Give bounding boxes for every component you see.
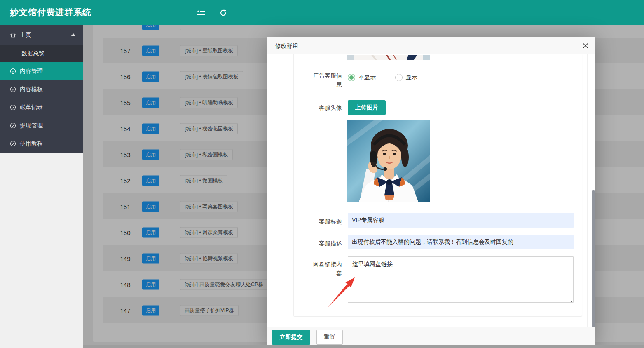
sidebar-item-home[interactable]: 主页 — [0, 25, 83, 45]
ad-service-radio-group: 不显示 显示 — [348, 73, 417, 82]
close-icon[interactable] — [582, 42, 589, 49]
service-desc-input[interactable] — [348, 235, 574, 249]
modal-title: 修改群组 — [267, 37, 595, 54]
sidebar-item-label: 内容模板 — [20, 80, 43, 98]
chevron-up-icon — [71, 33, 76, 36]
sidebar-item-data-overview[interactable]: 数据总览 — [0, 45, 83, 62]
app-title: 妙文馆付费进群系统 — [10, 0, 91, 25]
avatar-label: 客服头像 — [309, 103, 342, 112]
service-title-label: 客服标题 — [309, 217, 342, 226]
radio-hide[interactable] — [348, 74, 355, 81]
sidebar-item-content-manage[interactable]: 内容管理 — [0, 62, 83, 80]
service-title-input[interactable] — [348, 213, 574, 228]
customer-service-photo — [347, 120, 430, 202]
sidebar-item-label: 提现管理 — [20, 116, 43, 134]
collapse-sidebar-icon[interactable] — [197, 9, 205, 16]
netdisk-textarea[interactable]: 这里填网盘链接 — [348, 256, 574, 303]
horizontal-scrollbar[interactable] — [83, 345, 644, 348]
reset-button[interactable]: 重置 — [316, 330, 343, 345]
refresh-icon[interactable] — [220, 9, 228, 16]
ad-service-label: 广告客服信息 — [309, 71, 342, 89]
sidebar: 主页 数据总览 内容管理 内容模板 帐单记录 提现管理 使用教程 — [0, 25, 83, 153]
radio-show[interactable] — [395, 74, 403, 81]
scroll-track-divider — [587, 54, 588, 348]
top-header: 妙文馆付费进群系统 — [0, 0, 644, 25]
edit-group-modal: 修改群组 广告客服信息 不显示 显示 客服头像 上传图片 — [267, 37, 595, 348]
check-circle-icon — [10, 122, 16, 129]
sidebar-item-label: 使用教程 — [20, 134, 43, 153]
sidebar-item-content-template[interactable]: 内容模板 — [0, 80, 83, 98]
check-circle-icon — [10, 141, 16, 147]
sidebar-item-label: 帐单记录 — [20, 98, 43, 116]
radio-hide-label: 不显示 — [358, 74, 376, 81]
home-icon — [10, 32, 16, 38]
netdisk-label: 网盘链接内容 — [309, 260, 342, 278]
sidebar-item-label: 数据总览 — [21, 45, 44, 62]
sidebar-item-tutorial[interactable]: 使用教程 — [0, 134, 83, 153]
sidebar-item-withdraw-manage[interactable]: 提现管理 — [0, 116, 83, 134]
radio-dot — [349, 75, 354, 80]
check-circle-icon — [10, 86, 16, 92]
service-desc-label: 客服描述 — [309, 239, 342, 248]
scrolled-image-fragment — [347, 54, 430, 60]
upload-image-button[interactable]: 上传图片 — [348, 100, 386, 115]
sidebar-item-label: 内容管理 — [20, 62, 43, 80]
radio-show-label: 显示 — [406, 74, 417, 81]
modal-header: 修改群组 — [267, 37, 595, 54]
check-circle-icon — [10, 68, 16, 74]
submit-button[interactable]: 立即提交 — [272, 330, 310, 345]
modal-scrollbar-thumb[interactable] — [592, 190, 595, 348]
check-circle-icon — [10, 104, 16, 111]
sidebar-item-label: 主页 — [20, 25, 31, 45]
sidebar-item-bill-records[interactable]: 帐单记录 — [0, 98, 83, 116]
